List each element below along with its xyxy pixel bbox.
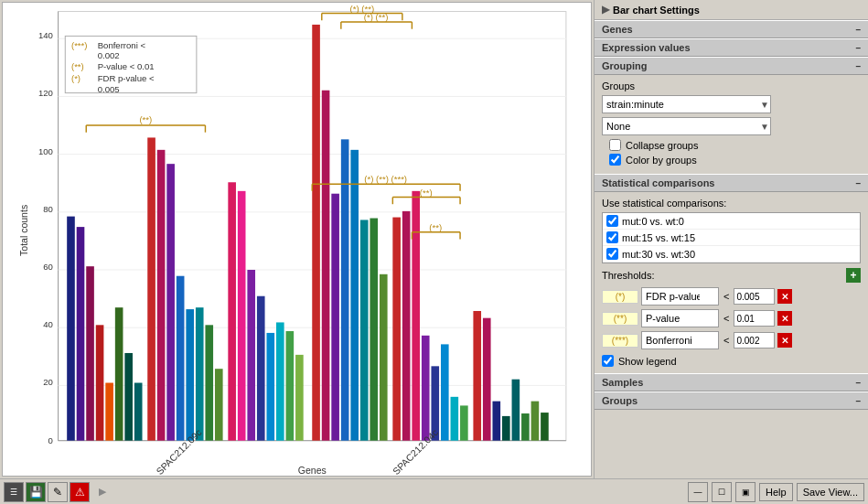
toolbar-icon-2[interactable]: 💾 [26, 482, 46, 502]
threshold-type-wrapper-1[interactable]: P-value [641, 309, 719, 327]
threshold-op-2: < [722, 335, 731, 346]
group2-select[interactable]: None [602, 117, 771, 135]
show-legend-checkbox[interactable] [602, 355, 614, 367]
collapse-groups-checkbox[interactable] [609, 139, 621, 151]
collapse-groups-label[interactable]: Collapse groups [626, 140, 699, 151]
genes-section-bar[interactable]: Genes – [595, 20, 868, 38]
svg-text:(*): (*) [71, 73, 80, 83]
threshold-type-select-1[interactable]: P-value [641, 309, 719, 327]
svg-rect-64 [531, 402, 540, 441]
svg-rect-33 [215, 369, 223, 441]
stat-checkbox-0[interactable] [606, 215, 618, 227]
svg-text:100: 100 [38, 146, 53, 156]
toolbar-icon-3[interactable]: ✎ [48, 482, 68, 502]
group2-select-wrapper[interactable]: None ▼ [602, 117, 771, 135]
settings-header: ▶ Bar chart Settings [595, 0, 868, 20]
threshold-type-select-2[interactable]: Bonferroni [641, 331, 719, 349]
bar-chart-icon: ▶ [602, 4, 609, 16]
help-button[interactable]: Help [759, 483, 793, 501]
thresholds-label: Thresholds: [602, 270, 654, 281]
threshold-type-wrapper-0[interactable]: FDR p-value [641, 287, 719, 306]
stat-item-2: mut:30 vs. wt:30 [603, 246, 860, 263]
stat-label: Statistical comparisons [602, 177, 715, 188]
svg-rect-55 [441, 344, 449, 440]
svg-text:Genes: Genes [298, 465, 327, 476]
remove-threshold-2-button[interactable]: ✕ [777, 333, 792, 348]
svg-text:140: 140 [38, 30, 53, 40]
svg-text:0.005: 0.005 [98, 84, 120, 94]
svg-text:(**): (**) [420, 188, 433, 198]
group1-select-wrapper[interactable]: strain:minute ▼ [602, 95, 771, 113]
grouping-content: Groups strain:minute ▼ None [595, 75, 868, 174]
stat-section-bar[interactable]: Statistical comparisons – [595, 174, 868, 192]
svg-rect-20 [86, 266, 94, 441]
groups-section-bar[interactable]: Groups – [595, 391, 868, 410]
stat-checkbox-1[interactable] [606, 231, 618, 243]
svg-text:P-value < 0.01: P-value < 0.01 [98, 61, 155, 71]
group1-select[interactable]: strain:minute [602, 95, 771, 113]
use-stat-label-row: Use statistical comparisons: [595, 196, 868, 210]
stat-item-label-0: mut:0 vs. wt:0 [622, 216, 684, 227]
grouping-label: Grouping [602, 60, 648, 71]
stat-comparisons-list: mut:0 vs. wt:0 mut:15 vs. wt:15 mut:30 v… [602, 212, 861, 263]
svg-text:(*) (**): (*) (**) [364, 12, 389, 22]
toolbar-icon-1[interactable]: ☰ [4, 482, 24, 502]
svg-rect-47 [360, 220, 369, 440]
bottom-bar: ☰ 💾 ✎ ⚠ ▶ — ☐ ▣ Help Save View... [0, 478, 868, 504]
svg-rect-21 [96, 325, 104, 440]
expression-values-section-bar[interactable]: Expression values – [595, 38, 868, 57]
svg-rect-28 [166, 164, 175, 441]
threshold-row-2: (***) Bonferroni < ✕ [595, 329, 868, 351]
stat-item-1: mut:15 vs. wt:15 [603, 230, 860, 246]
threshold-val-2[interactable] [734, 332, 775, 349]
stat-item-label-1: mut:15 vs. wt:15 [622, 232, 695, 243]
bottom-left-toolbar: ☰ 💾 ✎ ⚠ ▶ [4, 482, 106, 502]
expression-collapse-icon: – [855, 43, 861, 53]
svg-rect-46 [350, 150, 359, 441]
svg-rect-23 [115, 307, 123, 441]
save-view-button[interactable]: Save View... [797, 483, 864, 501]
remove-threshold-0-button[interactable]: ✕ [777, 289, 792, 304]
svg-text:40: 40 [43, 319, 53, 329]
show-legend-label[interactable]: Show legend [618, 356, 677, 367]
samples-section-bar[interactable]: Samples – [595, 373, 868, 391]
svg-rect-49 [380, 274, 388, 441]
threshold-val-1[interactable] [734, 310, 775, 327]
stat-collapse-icon: – [855, 178, 861, 188]
svg-text:(*) (**) (***): (*) (**) (***) [364, 174, 407, 184]
svg-text:80: 80 [43, 204, 53, 214]
stat-item-label-2: mut:30 vs. wt:30 [622, 249, 695, 260]
svg-rect-37 [257, 296, 265, 441]
settings-scroll[interactable]: Genes – Expression values – Grouping – G… [595, 20, 868, 478]
svg-text:(**): (**) [139, 114, 152, 124]
show-legend-row: Show legend [602, 355, 861, 367]
genes-label: Genes [602, 24, 633, 35]
svg-rect-65 [541, 413, 549, 441]
add-threshold-button[interactable]: + [846, 268, 861, 283]
stat-item-0: mut:0 vs. wt:0 [603, 213, 860, 230]
svg-rect-63 [521, 413, 530, 441]
svg-text:(***): (***) [71, 40, 88, 50]
bottom-icon-3[interactable]: ▣ [735, 482, 755, 502]
remove-threshold-1-button[interactable]: ✕ [777, 311, 792, 326]
svg-rect-18 [67, 217, 75, 441]
stat-checkbox-2[interactable] [606, 248, 618, 260]
thresholds-header: Thresholds: + [595, 265, 868, 285]
svg-rect-50 [392, 218, 401, 441]
svg-text:(**): (**) [71, 61, 84, 71]
threshold-val-0[interactable] [734, 288, 775, 305]
grouping-section-bar[interactable]: Grouping – [595, 57, 868, 75]
settings-title: Bar chart Settings [613, 5, 700, 16]
svg-rect-58 [473, 311, 481, 441]
threshold-symbol-2: (***) [602, 334, 638, 348]
toolbar-icon-4[interactable]: ⚠ [70, 482, 90, 502]
threshold-type-wrapper-2[interactable]: Bonferroni [641, 331, 719, 349]
color-by-groups-label[interactable]: Color by groups [626, 155, 697, 166]
bottom-icon-1[interactable]: — [688, 482, 708, 502]
color-by-groups-checkbox[interactable] [609, 154, 621, 166]
svg-rect-35 [238, 191, 246, 441]
bottom-icon-2[interactable]: ☐ [712, 482, 732, 502]
svg-text:Bonferroni <: Bonferroni < [98, 40, 146, 50]
svg-rect-25 [134, 383, 143, 441]
threshold-type-select-0[interactable]: FDR p-value [641, 287, 719, 306]
